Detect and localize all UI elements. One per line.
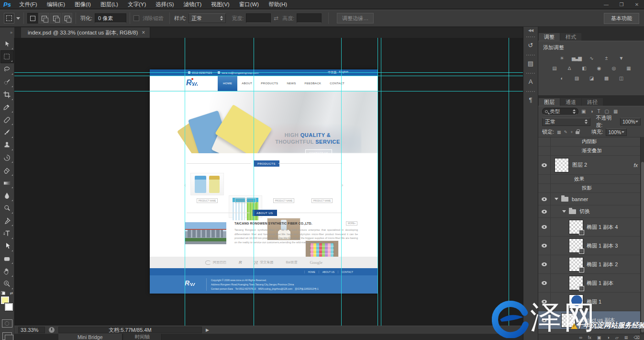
guide[interactable]: [378, 38, 378, 326]
panel-grip[interactable]: [526, 73, 535, 74]
layer-row[interactable]: 椭圆 1 副本 3 fx: [538, 237, 644, 255]
screen-mode-icon[interactable]: [2, 332, 12, 340]
guide[interactable]: [509, 38, 509, 326]
clone-stamp-tool-icon[interactable]: [0, 139, 14, 151]
tool-preset-picker[interactable]: [4, 13, 20, 23]
adjustment-icon[interactable]: ▼: [616, 54, 626, 62]
adjustment-icon[interactable]: ☀: [556, 54, 567, 62]
move-tool-icon[interactable]: [0, 38, 14, 50]
guide[interactable]: [254, 38, 254, 326]
lock-transparency-icon[interactable]: ▦: [557, 130, 561, 135]
guide[interactable]: [14, 91, 523, 91]
guide[interactable]: [381, 38, 381, 326]
panel-tab[interactable]: 样式: [560, 33, 581, 41]
tab-timeline[interactable]: 时间轴: [123, 334, 162, 340]
menu-item[interactable]: 滤镜(T): [179, 0, 207, 9]
layer-name[interactable]: 切换: [579, 208, 590, 215]
collapsed-panel-icon[interactable]: ↺: [525, 39, 536, 51]
layer-name[interactable]: 椭圆 1 副本: [587, 280, 613, 287]
visibility-eye-icon[interactable]: [538, 175, 551, 183]
adjustment-icon[interactable]: ∿: [586, 54, 597, 62]
quick-selection-tool-icon[interactable]: [0, 76, 14, 88]
zoom-tool-icon[interactable]: [0, 278, 14, 290]
layer-name[interactable]: 内阴影: [582, 138, 597, 145]
menu-item[interactable]: 文件(F): [14, 0, 42, 9]
layer-filter-icon[interactable]: ▣: [581, 109, 586, 114]
layer-name[interactable]: 椭圆 1 副本 3: [587, 242, 618, 249]
layers-footer-icon[interactable]: ∞: [579, 335, 582, 340]
adjustment-icon[interactable]: ◧: [579, 64, 589, 72]
guide[interactable]: [14, 76, 523, 76]
workspace-switcher-button[interactable]: 基本功能: [604, 13, 639, 24]
document-canvas[interactable]: 0512-82907626 sara.xu@rongwengroup.com 中…: [14, 38, 523, 326]
swap-width-height-icon[interactable]: ⇄: [274, 15, 278, 22]
layer-row[interactable]: 椭圆 1 副本 fx: [538, 274, 644, 293]
layers-footer-icon[interactable]: ◑: [607, 335, 609, 340]
blend-mode-select[interactable]: 正常: [542, 118, 590, 126]
panel-grip[interactable]: [526, 36, 535, 37]
intersect-selection-button[interactable]: [62, 13, 72, 23]
menu-item[interactable]: 窗口(W): [234, 0, 264, 9]
layer-filter-select[interactable]: 类型: [542, 108, 578, 115]
visibility-eye-icon[interactable]: [538, 218, 551, 236]
adjustment-icon[interactable]: ∆: [564, 64, 575, 72]
layers-footer-icon[interactable]: ⊞: [624, 335, 628, 340]
adjustment-icon[interactable]: ▅▃▆: [571, 54, 582, 62]
layer-thumbnail[interactable]: [555, 158, 569, 172]
visibility-eye-icon[interactable]: [538, 205, 551, 217]
layer-row[interactable]: 切换 fx: [538, 205, 644, 218]
menu-item[interactable]: 图像(I): [70, 0, 96, 9]
layer-name[interactable]: 投影: [582, 185, 592, 192]
menu-item[interactable]: 帮助(H): [264, 0, 292, 9]
collapsed-panel-icon[interactable]: A: [525, 76, 536, 87]
layer-thumbnail[interactable]: [569, 295, 583, 309]
adjustment-icon[interactable]: ◪: [586, 74, 597, 82]
pen-tool-icon[interactable]: [0, 215, 14, 227]
window-control-button[interactable]: ✕: [633, 2, 641, 7]
layer-row[interactable]: 椭圆 1 副本 4 fx: [538, 218, 644, 237]
visibility-eye-icon[interactable]: [538, 147, 551, 155]
history-brush-tool-icon[interactable]: [0, 151, 14, 164]
crop-tool-icon[interactable]: [0, 88, 14, 101]
document-tab[interactable]: index.psd @ 33.3% (contact us 副本, RGB/8)…: [21, 27, 150, 38]
toolstrip-collapse-button[interactable]: »: [0, 27, 14, 38]
layer-row[interactable]: 内阴影 fx: [538, 137, 644, 147]
layer-row[interactable]: 投影 fx: [538, 184, 644, 193]
lasso-tool-icon[interactable]: [0, 63, 14, 76]
path-selection-tool-icon[interactable]: [0, 240, 14, 252]
layer-row[interactable]: contact us 副本 fx: [538, 311, 644, 329]
adjustment-icon[interactable]: ◫: [616, 74, 626, 82]
window-control-button[interactable]: —: [602, 2, 611, 7]
layer-name[interactable]: 椭圆 1 副本 4: [587, 224, 618, 231]
panel-tab[interactable]: 路径: [582, 98, 603, 106]
group-twisty-icon[interactable]: [562, 210, 566, 213]
visibility-eye-icon[interactable]: [538, 156, 551, 174]
new-selection-button[interactable]: [27, 13, 38, 23]
adjustment-icon[interactable]: ◎: [609, 64, 619, 72]
height-input[interactable]: [297, 13, 322, 23]
adjustment-icon[interactable]: ▤: [549, 64, 560, 72]
menu-item[interactable]: 编辑(E): [42, 0, 70, 9]
layer-row[interactable]: 效果 fx: [538, 175, 644, 184]
swap-colors-icon[interactable]: ⇄: [10, 291, 13, 295]
collapsed-panel-icon[interactable]: ▤: [525, 57, 536, 69]
lock-all-icon[interactable]: [576, 131, 579, 134]
type-tool-icon[interactable]: [0, 227, 14, 239]
layer-filter-icon[interactable]: ▢: [605, 109, 609, 114]
layer-name[interactable]: contact us 副本: [579, 317, 615, 324]
tab-mini-bridge[interactable]: Mini Bridge: [58, 334, 122, 340]
hand-tool-icon[interactable]: [0, 265, 14, 277]
layers-footer-icon[interactable]: fx: [588, 335, 591, 340]
adjustment-icon[interactable]: ◐: [556, 74, 567, 82]
quick-mask-mode-icon[interactable]: [2, 319, 12, 328]
opacity-input[interactable]: 100%: [620, 118, 641, 125]
visibility-eye-icon[interactable]: [538, 137, 551, 146]
guide[interactable]: [341, 38, 342, 326]
add-to-selection-button[interactable]: [39, 13, 49, 23]
layer-thumbnail[interactable]: [569, 238, 583, 253]
panel-tab[interactable]: 图层: [539, 98, 560, 106]
layer-thumbnail[interactable]: [569, 257, 583, 272]
adjustment-icon[interactable]: ▨: [571, 74, 582, 82]
guide[interactable]: [185, 38, 185, 326]
style-select[interactable]: 正常: [189, 13, 226, 23]
